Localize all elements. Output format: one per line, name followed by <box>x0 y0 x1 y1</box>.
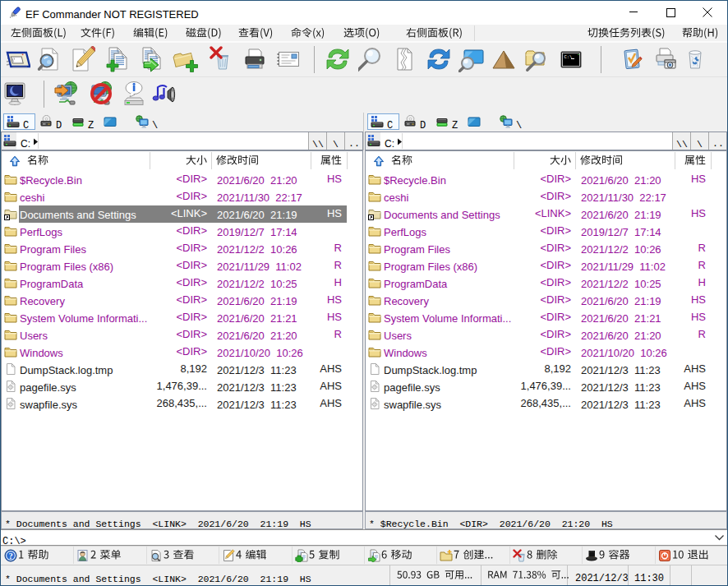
svg-text:C:\: C:\ <box>564 54 573 60</box>
svg-text:?: ? <box>8 551 12 561</box>
